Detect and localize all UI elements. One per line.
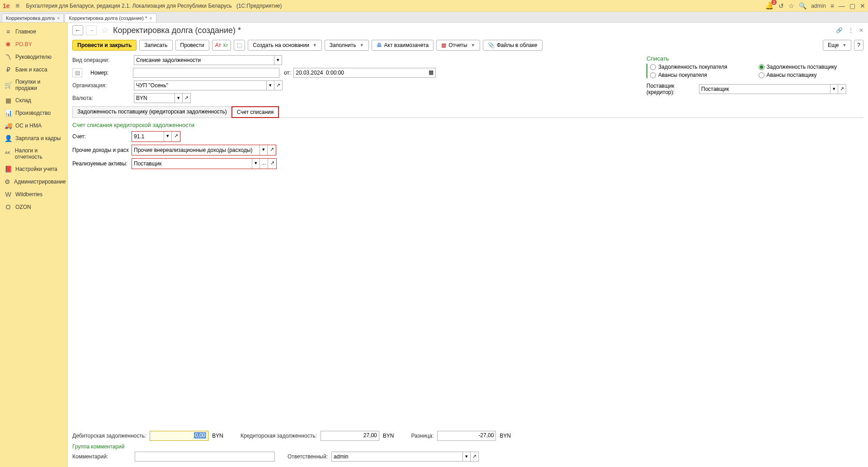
- fill-button[interactable]: Заполнить▼: [325, 40, 369, 51]
- income-label: Прочие доходы и расх...:: [72, 147, 129, 153]
- opt-supplier-advance[interactable]: Авансы поставщику: [759, 72, 854, 78]
- calendar-icon[interactable]: ▦: [427, 68, 436, 78]
- group-comment-link[interactable]: Группа комментарий: [72, 443, 863, 450]
- sidebar-item-12[interactable]: WWildberries: [0, 188, 67, 201]
- dropdown-icon[interactable]: ▾: [274, 55, 282, 65]
- doc-icon[interactable]: ▤: [72, 68, 82, 77]
- bookmark-icon[interactable]: ☆: [101, 25, 108, 35]
- sidebar-label: Зарплата и кадры: [15, 135, 61, 142]
- close-icon[interactable]: ×: [149, 15, 152, 21]
- tab-0[interactable]: Корректировка долга ×: [2, 14, 64, 22]
- user-label[interactable]: admin: [811, 3, 826, 9]
- more-button[interactable]: Еще▼: [823, 40, 851, 51]
- burger-icon[interactable]: ≡: [14, 2, 22, 10]
- save-button[interactable]: Записать: [139, 40, 172, 51]
- org-wrap: ▾ ↗: [134, 80, 283, 90]
- subtab-debt[interactable]: Задолженность поставщику (кредиторская з…: [72, 106, 231, 118]
- sidebar-item-13[interactable]: OOZON: [0, 201, 67, 213]
- act-button[interactable]: 🖶Акт взаимозачета: [372, 40, 434, 51]
- dropdown-icon[interactable]: ▾: [830, 84, 838, 94]
- supplier-input[interactable]: [699, 84, 830, 94]
- close-window-icon[interactable]: ✕: [860, 2, 865, 9]
- writeoff-options: Задолженность покупателя Задолженность п…: [646, 64, 854, 78]
- from-label: от:: [284, 70, 291, 76]
- sidebar-item-1[interactable]: ✱PO.BY: [0, 38, 67, 51]
- sidebar-label: Банк и касса: [15, 66, 47, 73]
- deb-value[interactable]: 0,00: [150, 431, 208, 441]
- open-icon[interactable]: ↗: [268, 159, 276, 169]
- opt-buyer-debt[interactable]: Задолженность покупателя: [650, 64, 745, 70]
- income-input[interactable]: [132, 145, 259, 155]
- assets-input[interactable]: [132, 159, 252, 169]
- sidebar-item-3[interactable]: ₽Банк и касса: [0, 63, 67, 76]
- dropdown-icon[interactable]: ▾: [164, 132, 172, 142]
- account-input[interactable]: [132, 132, 164, 142]
- restore-icon[interactable]: ▢: [849, 2, 855, 9]
- kebab-icon[interactable]: ⋮: [848, 27, 854, 33]
- notifications-icon[interactable]: 🔔2: [765, 1, 774, 10]
- notification-badge: 2: [771, 0, 777, 5]
- assets-label: Реализуемые активы:: [72, 160, 129, 167]
- dropdown-icon[interactable]: ▾: [462, 452, 471, 462]
- date-input[interactable]: [293, 68, 427, 78]
- resp-input[interactable]: [331, 452, 462, 462]
- open-icon[interactable]: ↗: [172, 132, 180, 142]
- close-icon[interactable]: ×: [57, 15, 60, 21]
- currency-input[interactable]: [134, 93, 175, 103]
- deb-label: Дебиторская задолженность:: [72, 433, 146, 439]
- sidebar-icon: ₽: [5, 66, 12, 73]
- favorite-icon[interactable]: ☆: [788, 2, 794, 9]
- create-based-button[interactable]: Создать на основании▼: [248, 40, 321, 51]
- sidebar-item-11[interactable]: ⚙Администрирование: [0, 175, 67, 188]
- sidebar-item-6[interactable]: 📊Производство: [0, 107, 67, 119]
- open-icon[interactable]: ↗: [838, 84, 846, 94]
- link-icon[interactable]: 🔗: [836, 27, 843, 33]
- sidebar-item-5[interactable]: ▦Склад: [0, 94, 67, 107]
- open-icon[interactable]: ↗: [274, 80, 283, 90]
- open-icon[interactable]: ↗: [183, 93, 191, 103]
- files-button[interactable]: 📎Файлы в облаке: [483, 40, 542, 51]
- op-type-input[interactable]: [134, 55, 274, 65]
- dropdown-icon[interactable]: ▾: [266, 80, 274, 90]
- help-button[interactable]: ?: [854, 40, 863, 51]
- dropdown-icon[interactable]: ▾: [259, 145, 268, 155]
- dtkt-icon[interactable]: АтКт: [212, 40, 231, 51]
- tab-1[interactable]: Корректировка долга (создание) * ×: [65, 14, 156, 22]
- minimize-icon[interactable]: —: [839, 2, 845, 9]
- org-input[interactable]: [134, 80, 266, 90]
- opt-supplier-debt[interactable]: Задолженность поставщику: [759, 64, 854, 70]
- structure-icon[interactable]: ⬚: [234, 40, 245, 51]
- sidebar-icon: 🛒: [5, 81, 12, 89]
- titlebar: 1e ≡ Бухгалтерия для Беларуси, редакция …: [0, 0, 868, 12]
- sidebar-item-7[interactable]: 🚚ОС и НМА: [0, 119, 67, 132]
- search-icon[interactable]: 🔍: [799, 2, 807, 9]
- sidebar-label: ОС и НМА: [15, 123, 42, 129]
- sidebar-item-4[interactable]: 🛒Покупки и продажи: [0, 76, 67, 94]
- close-content-icon[interactable]: ✕: [859, 27, 863, 33]
- sidebar-item-8[interactable]: 👤Зарплата и кадры: [0, 132, 67, 145]
- opt-buyer-advance[interactable]: Авансы покупателя: [650, 72, 745, 78]
- settings-icon[interactable]: ≡: [830, 2, 834, 9]
- comment-input[interactable]: [135, 452, 275, 462]
- subtab-writeoff-account[interactable]: Счет списания: [231, 106, 279, 118]
- history-icon[interactable]: ↺: [778, 2, 784, 9]
- sidebar: ≡Главное✱PO.BY〽Руководителю₽Банк и касса…: [0, 23, 68, 467]
- sidebar-item-10[interactable]: 📕Настройки учета: [0, 163, 67, 175]
- app-name: Бухгалтерия для Беларуси, редакция 2.1. …: [26, 3, 232, 9]
- dropdown-icon[interactable]: ▾: [252, 159, 260, 169]
- page-title: Корректировка долга (создание) *: [113, 26, 241, 35]
- post-button[interactable]: Провести: [175, 40, 209, 51]
- open-icon[interactable]: ↗: [268, 145, 276, 155]
- post-close-button[interactable]: Провести и закрыть: [72, 40, 137, 51]
- nav-forward-button[interactable]: →: [86, 25, 97, 35]
- open-icon[interactable]: ↗: [471, 452, 479, 462]
- number-input[interactable]: [133, 68, 279, 78]
- sidebar-item-9[interactable]: ᴬᴷНалоги и отчетность: [0, 145, 67, 163]
- reports-button[interactable]: ▦Отчеты▼: [436, 40, 480, 51]
- dropdown-icon[interactable]: ▾: [175, 93, 183, 103]
- sidebar-item-2[interactable]: 〽Руководителю: [0, 51, 67, 63]
- nav-back-button[interactable]: ←: [72, 25, 83, 35]
- tab-label: Корректировка долга: [6, 15, 55, 21]
- ellipsis-icon[interactable]: …: [260, 159, 268, 169]
- sidebar-item-0[interactable]: ≡Главное: [0, 25, 67, 38]
